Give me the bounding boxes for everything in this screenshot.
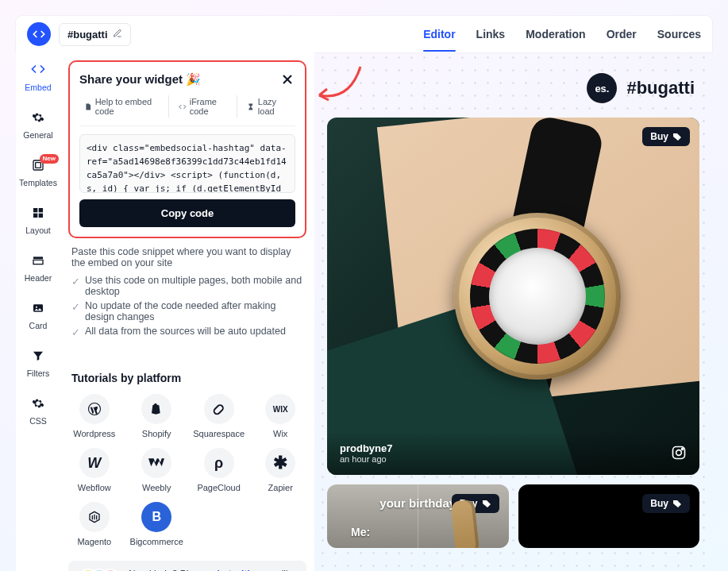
nav-sources[interactable]: Sources	[657, 28, 701, 41]
logo-badge[interactable]	[27, 22, 51, 46]
feed-card[interactable]: Buy	[518, 484, 700, 548]
topbar-left: #bugatti	[27, 22, 131, 46]
platform-grid: Wordpress Shopify Squarespace WIXWix WWe…	[60, 394, 314, 554]
card-overlay: prodbyne7 an hour ago	[327, 431, 699, 475]
buy-button[interactable]: Buy	[642, 127, 690, 146]
help-card: 🧑 👩 🧔 Need help? Please chat with us we'…	[68, 561, 306, 571]
pencil-icon	[113, 29, 122, 41]
tag-chip[interactable]: #bugatti	[59, 23, 131, 46]
check-icon: ✓	[71, 276, 80, 287]
platform-shopify[interactable]: Shopify	[130, 394, 183, 438]
instagram-icon	[671, 445, 687, 464]
svg-rect-5	[39, 214, 43, 218]
tag-icon	[482, 500, 491, 507]
nav-links[interactable]: Links	[476, 28, 506, 41]
mode-help[interactable]: Help to embed code	[79, 95, 169, 118]
platform-wix[interactable]: WIXWix	[254, 394, 306, 438]
sidebar-label: General	[23, 130, 52, 140]
zapier-icon: ✱	[265, 448, 295, 478]
sidebar-label: Header	[25, 273, 52, 283]
gear-icon	[32, 397, 44, 413]
platform-zapier[interactable]: ✱Zapier	[254, 448, 306, 492]
svg-point-14	[676, 450, 682, 456]
wordpress-icon	[79, 394, 110, 424]
tag-icon	[672, 133, 682, 141]
feed-badge: es.	[587, 73, 617, 103]
close-button[interactable]	[279, 71, 295, 87]
wix-icon: WIX	[265, 394, 295, 424]
svg-rect-1	[36, 163, 41, 168]
svg-point-9	[36, 307, 37, 308]
preview-area: es. #bugatti Buy prodbyne7 an h	[314, 52, 712, 571]
platform-squarespace[interactable]: Squarespace	[193, 394, 245, 438]
hourglass-icon	[247, 102, 255, 111]
code-snippet-box[interactable]: <div class="embedsocial-hashtag" data-re…	[79, 134, 295, 193]
editor-panel: Share your widget 🎉 Help to embed code i…	[60, 52, 314, 571]
platform-webflow[interactable]: WWebflow	[68, 448, 121, 492]
sidebar-item-general[interactable]: General	[16, 111, 60, 140]
weebly-icon	[141, 448, 171, 478]
embed-hints: Paste this code snippet where you want t…	[60, 238, 314, 341]
svg-rect-7	[33, 260, 43, 264]
share-widget-card: Share your widget 🎉 Help to embed code i…	[68, 60, 306, 238]
share-title: Share your widget 🎉	[79, 72, 201, 87]
close-icon	[279, 71, 295, 87]
tag-icon	[672, 500, 682, 507]
nav-moderation[interactable]: Moderation	[526, 28, 585, 41]
mode-lazy[interactable]: Lazy load	[242, 95, 295, 118]
post-time: an hour ago	[340, 454, 392, 464]
feed-card[interactable]: Buy prodbyne7 an hour ago	[327, 118, 699, 475]
platform-magento[interactable]: Magento	[68, 502, 121, 546]
sidebar-item-header[interactable]: Header	[16, 254, 60, 283]
header-icon	[32, 254, 44, 270]
platform-wordpress[interactable]: Wordpress	[68, 394, 121, 438]
feed-header: es. #bugatti	[332, 73, 695, 103]
post-user: prodbyne7	[340, 442, 392, 454]
hint-paste: Paste this code snippet where you want t…	[71, 246, 303, 268]
check-icon: ✓	[71, 326, 80, 338]
layout-icon	[32, 206, 44, 222]
sidebar-item-embed[interactable]: Embed	[16, 62, 60, 92]
topnav: Editor Links Moderation Order Sources	[423, 28, 701, 41]
gear-icon	[32, 111, 44, 127]
sidebar-item-filters[interactable]: Filters	[16, 349, 60, 378]
sidebar-item-css[interactable]: CSS	[16, 397, 60, 426]
topbar: #bugatti Editor Links Moderation Order S…	[16, 16, 712, 52]
nav-editor[interactable]: Editor	[423, 28, 455, 41]
nav-order[interactable]: Order	[607, 28, 637, 41]
svg-rect-4	[33, 214, 37, 218]
svg-point-15	[682, 448, 684, 449]
feed-card[interactable]: Buy your birthday Me:	[327, 484, 509, 548]
sidebar-label: Templates	[19, 178, 57, 187]
caption-text: your birthday	[379, 496, 456, 510]
code-icon	[31, 62, 45, 79]
card-image	[327, 118, 699, 475]
sidebar-label: Filters	[27, 368, 50, 378]
webflow-icon: W	[79, 448, 110, 478]
code-icon	[33, 28, 45, 41]
squarespace-icon	[204, 394, 234, 424]
sidebar-item-card[interactable]: Card	[16, 302, 60, 330]
feed-grid: Buy prodbyne7 an hour ago Buy	[327, 118, 699, 548]
svg-rect-2	[33, 208, 37, 212]
new-badge: New	[40, 154, 59, 164]
sidebar-item-templates[interactable]: New Templates	[16, 159, 60, 187]
tag-value: #bugatti	[67, 29, 108, 41]
magento-icon	[79, 502, 110, 532]
feed-title: #bugatti	[626, 78, 695, 98]
platform-pagecloud[interactable]: ρPageCloud	[193, 448, 245, 492]
platform-weebly[interactable]: Weebly	[130, 448, 183, 492]
sidebar: Embed General New Templates Layout Heade…	[16, 52, 60, 571]
embed-mode-row: Help to embed code iFrame code Lazy load	[79, 95, 295, 126]
mode-iframe[interactable]: iFrame code	[174, 95, 237, 118]
sidebar-item-layout[interactable]: Layout	[16, 206, 60, 235]
copy-code-button[interactable]: Copy code	[79, 199, 295, 227]
svg-rect-3	[39, 208, 43, 212]
code-icon	[179, 102, 187, 111]
sidebar-label: Card	[29, 321, 48, 330]
buy-button[interactable]: Buy	[642, 494, 690, 513]
sidebar-label: CSS	[29, 416, 47, 426]
image-icon	[32, 302, 44, 318]
platform-bigcommerce[interactable]: BBigcommerce	[130, 502, 183, 546]
doc-icon	[84, 102, 92, 111]
